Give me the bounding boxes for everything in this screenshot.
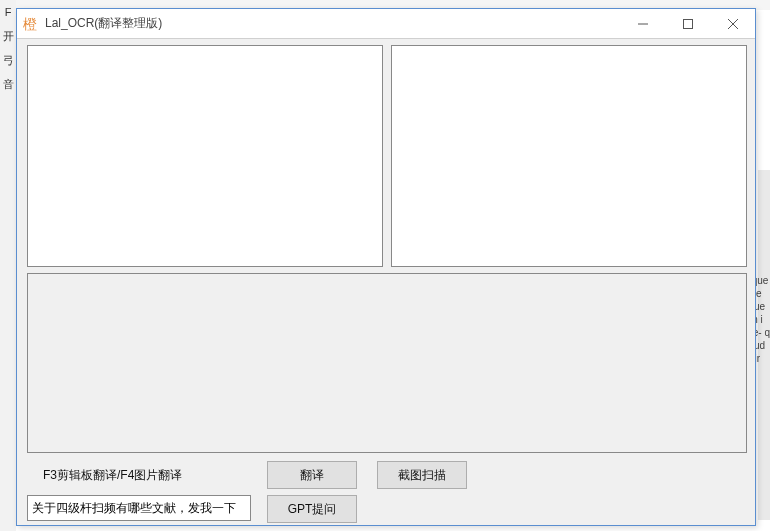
close-button[interactable]: [710, 9, 755, 38]
svg-rect-0: [683, 19, 692, 28]
gpt-prompt-input[interactable]: [27, 495, 251, 521]
screenshot-scan-button[interactable]: 截图扫描: [377, 461, 467, 489]
source-textarea[interactable]: [27, 45, 383, 267]
shortcut-hint-label: F3剪辑板翻译/F4图片翻译: [43, 467, 182, 484]
titlebar[interactable]: 橙 Lal_OCR(翻译整理版): [17, 9, 755, 39]
translate-button[interactable]: 翻译: [267, 461, 357, 489]
background-left-strip: F 开 弓 音: [0, 0, 16, 531]
lower-panel: [27, 273, 747, 453]
gpt-ask-button[interactable]: GPT提问: [267, 495, 357, 523]
maximize-button[interactable]: [665, 9, 710, 38]
window-controls: [620, 9, 755, 38]
result-textarea[interactable]: [391, 45, 747, 267]
window-title: Lal_OCR(翻译整理版): [45, 15, 620, 32]
close-icon: [728, 19, 738, 29]
bg-left-char: 弓: [0, 48, 16, 72]
client-area: F3剪辑板翻译/F4图片翻译 翻译 截图扫描 GPT提问: [17, 39, 755, 525]
app-icon: 橙: [23, 16, 39, 32]
gpt-ask-button-label: GPT提问: [288, 501, 337, 518]
screenshot-scan-button-label: 截图扫描: [398, 467, 446, 484]
maximize-icon: [683, 19, 693, 29]
bg-left-char: 开: [0, 24, 16, 48]
translate-button-label: 翻译: [300, 467, 324, 484]
bg-left-char: 音: [0, 72, 16, 96]
app-window: 橙 Lal_OCR(翻译整理版) F3剪辑板翻译/F4图片翻译 翻译 截图扫描: [16, 8, 756, 526]
minimize-icon: [638, 19, 648, 29]
minimize-button[interactable]: [620, 9, 665, 38]
bg-left-char: F: [0, 0, 16, 24]
